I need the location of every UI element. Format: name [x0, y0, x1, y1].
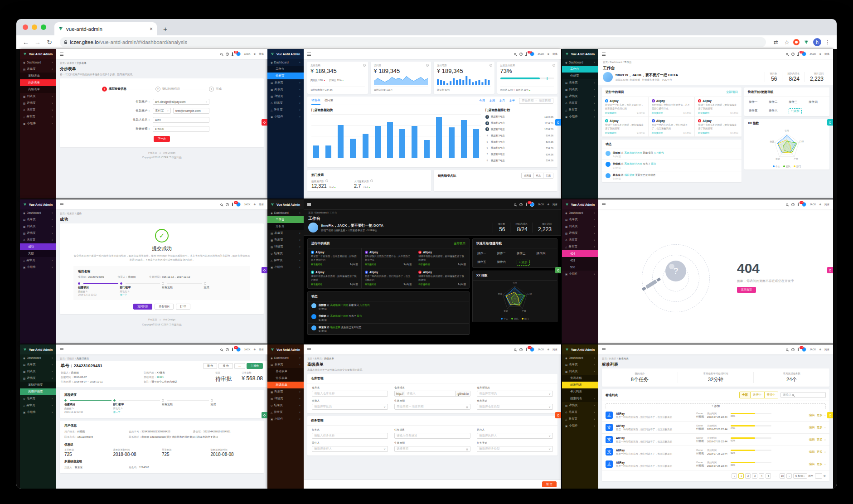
sidebar-item[interactable]: ▧详情页∨	[562, 230, 598, 237]
info-icon[interactable]: i	[426, 64, 429, 67]
next-page-button[interactable]: ›	[786, 473, 792, 479]
sidebar-item[interactable]: 基础表单	[267, 368, 304, 375]
channel-radio[interactable]: 全渠道	[521, 173, 534, 179]
more-actions-button[interactable]: ···	[234, 363, 245, 369]
notification-bell[interactable]: 12	[526, 348, 527, 351]
user-name[interactable]: JACK	[538, 53, 544, 55]
feed-segment[interactable]: 留言	[357, 315, 362, 317]
project-cell[interactable]: AAlipay希望是一个好东西，也许是最好的，好东西是不会消亡的科学搬砖组9小时…	[602, 97, 649, 117]
step-link[interactable]: 催一下	[120, 293, 127, 296]
sidebar-item[interactable]: 卡片列表	[562, 388, 598, 395]
feed-segment[interactable]: 高逼格设计天团	[624, 162, 642, 165]
sidebar-item[interactable]: 高级详情页	[20, 388, 56, 395]
footer-link-antd[interactable]: Ant Design	[163, 318, 175, 321]
sidebar-item[interactable]: 分析页	[562, 73, 598, 79]
sidebar-item[interactable]: ▤表单页∧	[267, 361, 304, 368]
feed-user[interactable]: 付晓晓	[613, 162, 620, 165]
language-switch[interactable]: 简体	[259, 53, 264, 56]
text-input[interactable]: http://请输入.github.io	[394, 391, 470, 397]
owner-name[interactable]: 付晓晓	[696, 452, 704, 456]
app-logo[interactable]: Vue Antd Admin	[267, 199, 304, 209]
footer-link-antd[interactable]: Ant Design	[163, 151, 175, 154]
language-switch[interactable]: 简体	[259, 348, 264, 351]
menu-icon[interactable]	[307, 348, 311, 351]
sidebar-item[interactable]: △异常页∧	[562, 243, 598, 250]
notification-bell[interactable]: 12	[232, 348, 233, 351]
sidebar-item[interactable]: ⊙结果页∧	[20, 237, 56, 243]
page-size-select[interactable]: 5 条/页∨	[793, 473, 807, 479]
browser-tab[interactable]: vue-antd-admin ×	[54, 22, 157, 35]
sidebar-item[interactable]: 500	[562, 264, 598, 271]
user-name[interactable]: JACK	[244, 203, 250, 206]
breadcrumb-item[interactable]: 高级表单	[324, 357, 334, 360]
breadcrumb-item[interactable]: 工作台	[624, 61, 632, 63]
sidebar-item[interactable]: ▤表单页∨	[20, 361, 56, 368]
channel-radio[interactable]: 门店	[543, 173, 553, 179]
breadcrumb-item[interactable]: 首页	[603, 61, 608, 63]
sidebar-item[interactable]: △异常页∨	[267, 107, 304, 113]
secondary-button[interactable]: 打 印	[176, 304, 190, 310]
menu-icon[interactable]	[60, 53, 63, 56]
search-icon[interactable]	[514, 53, 516, 55]
help-icon[interactable]: ?	[519, 348, 523, 351]
quick-op-link[interactable]: 操作六	[495, 259, 515, 266]
sidebar-item[interactable]: 标准列表	[562, 382, 598, 388]
feed-user[interactable]: 林东东	[613, 174, 620, 176]
help-icon[interactable]: ?	[791, 203, 795, 206]
sidebar-item[interactable]: 搜索列表∨	[562, 395, 598, 402]
profile-avatar[interactable]: h	[813, 38, 821, 46]
project-group-link[interactable]: 科学搬砖组	[365, 283, 376, 286]
feed-segment[interactable]: 高逼格设计天团	[624, 151, 642, 154]
breadcrumb-item[interactable]: Dashboard	[315, 211, 328, 214]
date-quick-link[interactable]: 今日	[479, 99, 485, 103]
app-logo[interactable]: Vue Antd Admin	[562, 199, 598, 209]
minimize-window-button[interactable]	[32, 24, 37, 30]
select-input[interactable]: 请选择任务类型∨	[477, 446, 553, 452]
sidebar-item[interactable]: △异常页∨	[20, 257, 56, 264]
sidebar-item[interactable]: ▧详情页∨	[20, 100, 56, 107]
menu-icon[interactable]	[60, 203, 63, 206]
select-input[interactable]: 请选择仓库类型∨	[477, 404, 553, 410]
sidebar-item[interactable]: ▧详情页∨	[267, 243, 304, 250]
text-input[interactable]: 请输入任务名称	[312, 433, 388, 439]
sidebar-item[interactable]: ▦列表页∨	[562, 223, 598, 230]
project-group-link[interactable]: 科学搬砖组	[311, 263, 322, 266]
breadcrumb-item[interactable]: 首页	[308, 211, 313, 214]
breadcrumb-item[interactable]: 详情页	[67, 357, 75, 360]
all-projects-link[interactable]: 全部项目	[726, 90, 738, 94]
meta-value[interactable]: 12421	[156, 376, 164, 378]
sidebar-item[interactable]: ▤表单页∨	[562, 79, 598, 86]
sidebar-item[interactable]: ▧详情页∨	[562, 402, 598, 409]
sidebar-item[interactable]: ⊙结果页∨	[20, 107, 56, 113]
text-input[interactable]: test@example.com	[173, 108, 209, 114]
close-tab-icon[interactable]: ×	[150, 26, 153, 32]
edit-link[interactable]: 编辑	[809, 426, 815, 430]
sidebar-item[interactable]: ▦列表页∨	[267, 237, 304, 243]
filter-0[interactable]: 全部	[739, 392, 751, 398]
date-input[interactable]: 选择日期▦	[394, 446, 470, 452]
theme-settings-button[interactable]	[555, 267, 561, 273]
sidebar-item[interactable]: ⊙结果页∨	[562, 237, 598, 243]
sidebar-item[interactable]: ▣小组件∨	[20, 409, 56, 416]
date-range-picker[interactable]: 开始日期~结束日期	[519, 98, 553, 104]
help-icon[interactable]: ?	[519, 53, 523, 56]
breadcrumb-item[interactable]: Dashboard	[610, 61, 622, 63]
sidebar-item[interactable]: ◉Dashboard∨	[562, 354, 598, 361]
prefix-select[interactable]: 支付宝∨	[153, 108, 171, 114]
list-search-input[interactable]: 请输入	[780, 392, 826, 398]
sidebar-item[interactable]: ▤表单页∨	[267, 79, 304, 86]
notification-bell[interactable]: 12	[798, 203, 799, 206]
page-button[interactable]: 4	[759, 473, 764, 479]
search-icon[interactable]	[220, 349, 223, 351]
jump-input[interactable]	[815, 473, 822, 479]
project-group-link[interactable]: 科学搬砖组	[605, 111, 616, 114]
feed-segment[interactable]: 高逼格设计天团	[330, 315, 348, 317]
sidebar-item[interactable]: ▦列表页∨	[20, 93, 56, 100]
sidebar-item[interactable]: 分步表单	[20, 79, 56, 86]
sidebar-item[interactable]: ⊙结果页∨	[267, 250, 304, 257]
owner-name[interactable]: 付晓晓	[696, 427, 704, 431]
edit-link[interactable]: 编辑	[809, 438, 815, 442]
project-cell[interactable]: AAlipay那时候我只会想自己想要什么，从不想自己拥有什么科学搬砖组9小时前	[649, 97, 695, 117]
search-icon[interactable]	[514, 204, 516, 206]
feed-user[interactable]: 付晓晓	[319, 315, 326, 317]
